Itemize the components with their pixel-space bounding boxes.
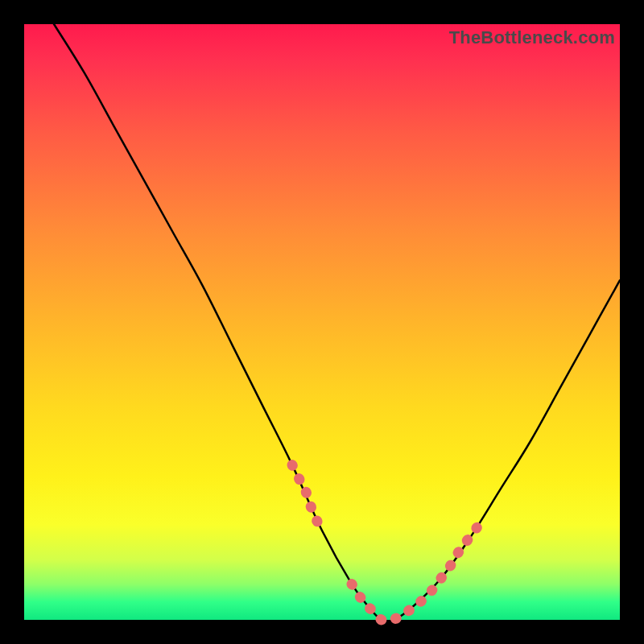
highlight-left-cluster [292, 465, 322, 530]
chart-frame: TheBottleneck.com [0, 0, 644, 644]
curve-layer [54, 24, 620, 621]
highlight-layer [292, 465, 477, 621]
plot-area: TheBottleneck.com [24, 24, 620, 620]
chart-svg [24, 24, 620, 620]
bottleneck-curve [54, 24, 620, 621]
